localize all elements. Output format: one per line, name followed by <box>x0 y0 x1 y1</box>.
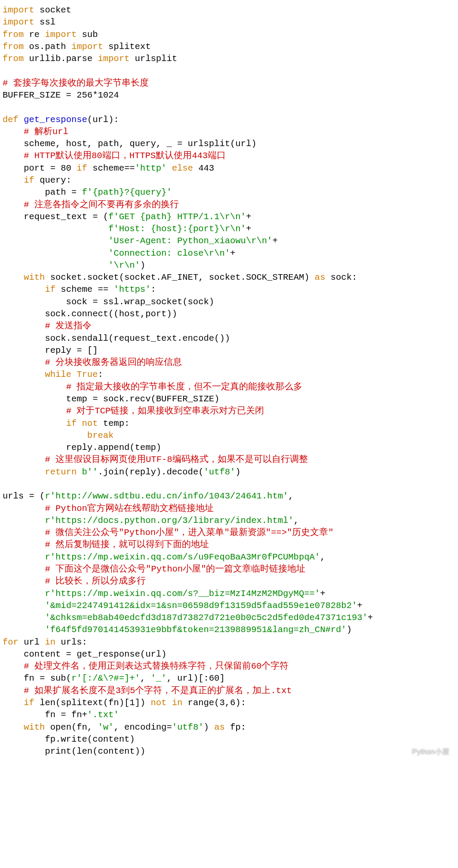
python-source-code: import socket import ssl from re import … <box>0 0 458 762</box>
